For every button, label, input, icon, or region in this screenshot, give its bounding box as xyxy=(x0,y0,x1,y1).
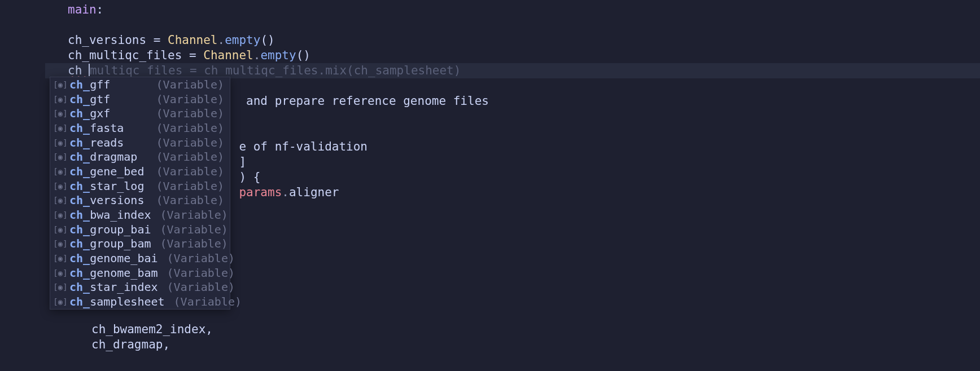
variable-icon: [◉] xyxy=(55,167,66,176)
autocomplete-item-match: ch_ xyxy=(69,251,90,265)
autocomplete-item[interactable]: [◉]ch_gff(Variable) xyxy=(50,77,230,92)
autocomplete-item-match: ch_ xyxy=(69,78,90,91)
autocomplete-item-kind: (Variable) xyxy=(158,280,235,294)
autocomplete-item-kind: (Variable) xyxy=(147,78,224,91)
autocomplete-popup[interactable]: [◉]ch_gff(Variable)[◉]ch_gtf(Variable)[◉… xyxy=(50,77,230,310)
variable-icon: [◉] xyxy=(55,225,66,234)
variable-icon: [◉] xyxy=(55,297,66,306)
autocomplete-item-kind: (Variable) xyxy=(147,92,224,106)
autocomplete-item-match: ch_ xyxy=(69,295,90,308)
autocomplete-item-kind: (Variable) xyxy=(147,165,224,178)
keyword-main: main xyxy=(68,3,97,16)
variable-icon: [◉] xyxy=(55,95,66,104)
autocomplete-item-kind: (Variable) xyxy=(151,208,228,222)
autocomplete-item-kind: (Variable) xyxy=(147,179,224,193)
autocomplete-item-rest: group_bam xyxy=(90,237,151,250)
autocomplete-item-match: ch_ xyxy=(69,150,90,164)
autocomplete-item-match: ch_ xyxy=(69,280,90,294)
autocomplete-item-rest: versions xyxy=(90,193,144,207)
autocomplete-item[interactable]: [◉]ch_group_bam(Variable) xyxy=(50,237,230,251)
autocomplete-item-kind: (Variable) xyxy=(147,121,224,135)
variable-icon: [◉] xyxy=(55,268,66,277)
code-editor[interactable]: main: ch_versions = Channel.empty() ch_m… xyxy=(0,0,980,371)
autocomplete-item-match: ch_ xyxy=(69,92,90,106)
autocomplete-item-rest: star_log xyxy=(90,179,144,193)
autocomplete-item-match: ch_ xyxy=(69,107,90,120)
autocomplete-item[interactable]: [◉]ch_samplesheet(Variable) xyxy=(50,294,230,309)
variable-icon: [◉] xyxy=(55,152,66,161)
variable-icon: [◉] xyxy=(55,282,66,292)
autocomplete-item-rest: star_index xyxy=(90,280,158,294)
autocomplete-item-match: ch_ xyxy=(69,179,90,193)
autocomplete-item-kind: (Variable) xyxy=(147,150,224,164)
autocomplete-item-kind: (Variable) xyxy=(147,193,224,207)
autocomplete-item[interactable]: [◉]ch_group_bai(Variable) xyxy=(50,222,230,237)
code-line: ch_dragmap, xyxy=(0,337,980,352)
variable-icon: [◉] xyxy=(55,138,66,147)
variable-icon: [◉] xyxy=(55,239,66,248)
autocomplete-item-rest: reads xyxy=(90,136,124,149)
autocomplete-item[interactable]: [◉]ch_bwa_index(Variable) xyxy=(50,207,230,222)
autocomplete-item-rest: gff xyxy=(90,78,110,91)
autocomplete-item-rest: genome_bam xyxy=(90,266,158,280)
autocomplete-item-kind: (Variable) xyxy=(151,237,228,250)
autocomplete-item[interactable]: [◉]ch_dragmap(Variable) xyxy=(50,149,230,164)
code-line: ch_multiqc_files = Channel.empty() xyxy=(0,48,980,63)
autocomplete-item[interactable]: [◉]ch_star_log(Variable) xyxy=(50,179,230,193)
autocomplete-item-kind: (Variable) xyxy=(158,266,235,280)
variable-icon: [◉] xyxy=(55,123,66,132)
autocomplete-item-rest: gtf xyxy=(90,92,110,106)
autocomplete-item-rest: bwa_index xyxy=(90,208,151,222)
code-line: main: xyxy=(0,2,980,17)
autocomplete-item[interactable]: [◉]ch_genome_bam(Variable) xyxy=(50,266,230,280)
autocomplete-item[interactable]: [◉]ch_star_index(Variable) xyxy=(50,280,230,295)
autocomplete-item-match: ch_ xyxy=(69,121,90,135)
autocomplete-item-kind: (Variable) xyxy=(158,251,235,265)
autocomplete-item-match: ch_ xyxy=(69,208,90,222)
autocomplete-item[interactable]: [◉]ch_gene_bed(Variable) xyxy=(50,164,230,179)
variable-icon: [◉] xyxy=(55,182,66,191)
autocomplete-item-rest: dragmap xyxy=(90,150,137,164)
code-line: ch_bwamem2_index, xyxy=(0,322,980,337)
autocomplete-item-match: ch_ xyxy=(69,136,90,149)
autocomplete-item-match: ch_ xyxy=(69,223,90,236)
autocomplete-item-rest: gxf xyxy=(90,107,110,120)
current-line-highlight xyxy=(45,63,980,78)
autocomplete-item[interactable]: [◉]ch_gtf(Variable) xyxy=(50,92,230,107)
autocomplete-item-match: ch_ xyxy=(69,165,90,178)
autocomplete-item-kind: (Variable) xyxy=(151,223,228,236)
code-line-blank xyxy=(0,17,980,33)
code-line: ch_versions = Channel.empty() xyxy=(0,33,980,48)
autocomplete-item-kind: (Variable) xyxy=(147,107,224,120)
autocomplete-item[interactable]: [◉]ch_fasta(Variable) xyxy=(50,121,230,135)
variable-icon: [◉] xyxy=(55,210,66,219)
autocomplete-item-rest: fasta xyxy=(90,121,124,135)
autocomplete-item-match: ch_ xyxy=(69,193,90,207)
autocomplete-item[interactable]: [◉]ch_reads(Variable) xyxy=(50,135,230,150)
autocomplete-item[interactable]: [◉]ch_genome_bai(Variable) xyxy=(50,251,230,266)
autocomplete-item-rest: gene_bed xyxy=(90,165,144,178)
autocomplete-item-match: ch_ xyxy=(69,266,90,280)
autocomplete-item[interactable]: [◉]ch_gxf(Variable) xyxy=(50,106,230,121)
variable-icon: [◉] xyxy=(55,80,66,89)
autocomplete-item-match: ch_ xyxy=(69,237,90,250)
autocomplete-item[interactable]: [◉]ch_versions(Variable) xyxy=(50,193,230,208)
autocomplete-item-rest: samplesheet xyxy=(90,295,164,308)
variable-icon: [◉] xyxy=(55,109,66,118)
variable-icon: [◉] xyxy=(55,196,66,205)
autocomplete-item-rest: genome_bai xyxy=(90,251,158,265)
autocomplete-item-rest: group_bai xyxy=(90,223,151,236)
variable-icon: [◉] xyxy=(55,254,66,263)
autocomplete-item-kind: (Variable) xyxy=(147,136,224,149)
autocomplete-item-kind: (Variable) xyxy=(165,295,242,308)
